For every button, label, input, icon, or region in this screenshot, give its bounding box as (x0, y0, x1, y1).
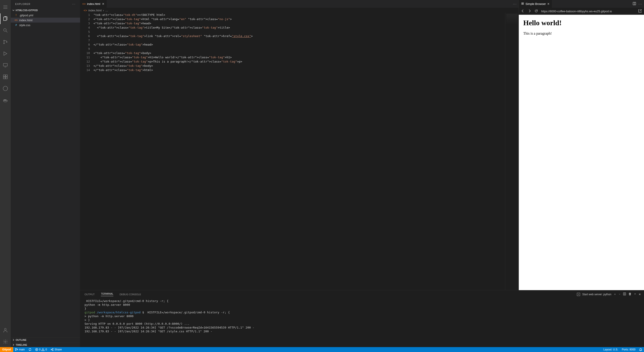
status-sync[interactable] (26, 347, 33, 352)
sidebar-more-icon[interactable]: ··· (72, 3, 76, 5)
terminal-output[interactable]: HISTFILE=/workspace/.gitpod/cmd-0 histor… (80, 298, 644, 347)
sidebar-section-outline[interactable]: OUTLINE (11, 337, 80, 342)
file-style-css[interactable]: #style.css (11, 22, 80, 27)
svg-point-3 (6, 41, 7, 42)
panel-tab-terminal[interactable]: TERMINAL (101, 292, 113, 296)
tab-label: index.html (87, 2, 100, 5)
file--gitpod-yml[interactable]: !.gitpod.yml (11, 13, 80, 18)
svg-rect-5 (3, 75, 5, 77)
svg-rect-12 (6, 100, 6, 100)
close-icon[interactable]: ✕ (547, 2, 550, 5)
file-index-html[interactable]: <>index.html (11, 18, 80, 22)
svg-point-2 (4, 43, 4, 44)
line-numbers: 1 2 3 4 5 6 7 8 9 10 11 12 13 14 (80, 13, 94, 290)
status-problems[interactable]: 0 0 (33, 347, 49, 352)
terminal-task-label[interactable]: Start web server: python (582, 293, 611, 296)
close-icon[interactable]: ✕ (102, 2, 104, 5)
rendered-p: This is a paragraph! (523, 31, 640, 35)
svg-point-17 (15, 349, 16, 349)
chevron-right-icon (12, 343, 15, 347)
svg-rect-7 (3, 77, 5, 79)
browser-back-icon[interactable] (521, 9, 524, 13)
docker-icon[interactable] (0, 95, 11, 105)
browser-url-bar[interactable]: https://8000-coffee-baboon-nl8byyhs.ws-e… (541, 9, 635, 13)
browser-tab-icon (521, 2, 524, 6)
maximize-panel-icon[interactable] (634, 293, 636, 296)
settings-gear-icon[interactable] (0, 336, 11, 347)
file-icon: <> (84, 9, 87, 12)
editor-group-browser: Simple Browser ✕ ··· (519, 0, 644, 290)
extensions-icon[interactable] (0, 71, 11, 82)
kill-terminal-icon[interactable] (628, 292, 632, 296)
remote-explorer-icon[interactable] (0, 60, 11, 71)
tab-label: Simple Browser (526, 2, 546, 5)
svg-point-1 (4, 40, 4, 41)
browser-viewport[interactable]: Hello world! This is a paragraph! (519, 15, 644, 290)
svg-point-9 (3, 86, 8, 91)
minimap[interactable] (505, 13, 518, 290)
terminal-task-icon: > (577, 293, 580, 296)
chevron-right-icon: › (103, 9, 104, 12)
chevron-right-icon (12, 338, 15, 342)
file-icon: ! (14, 13, 18, 17)
folder-header[interactable]: HTMLCSS-GITPOD (11, 8, 80, 13)
svg-rect-6 (6, 75, 8, 77)
split-editor-icon[interactable] (632, 2, 636, 6)
svg-point-0 (4, 29, 6, 31)
split-terminal-icon[interactable] (623, 292, 626, 296)
run-debug-icon[interactable] (0, 48, 11, 59)
chevron-down-icon (12, 8, 15, 12)
svg-rect-8 (6, 77, 8, 79)
file-label: style.css (19, 23, 30, 27)
svg-point-18 (15, 350, 16, 351)
editor-group-code: <> index.html ✕ ··· <> index.html › … 1 … (80, 0, 519, 290)
svg-point-13 (4, 328, 6, 330)
sidebar-explorer: EXPLORER ··· HTMLCSS-GITPOD !.gitpod.yml… (11, 0, 80, 347)
status-gitpod[interactable]: Gitpod (0, 347, 13, 352)
close-panel-icon[interactable]: ✕ (639, 293, 641, 296)
source-control-icon[interactable] (0, 37, 11, 47)
status-layout[interactable]: Layout: U.S. (602, 347, 620, 352)
editor-more-icon[interactable]: ··· (638, 2, 642, 5)
file-label: .gitpod.yml (19, 14, 33, 17)
svg-point-14 (5, 341, 6, 343)
editor-more-icon[interactable]: ··· (513, 2, 517, 5)
sidebar-title: EXPLORER ··· (11, 0, 80, 8)
status-branch[interactable]: main (13, 347, 26, 352)
tab-index-html[interactable]: <> index.html ✕ (80, 0, 107, 8)
open-external-icon[interactable] (638, 9, 642, 13)
menu-icon[interactable] (0, 2, 11, 12)
status-notifications[interactable] (637, 347, 644, 352)
github-icon[interactable] (0, 83, 11, 94)
status-ports[interactable]: Ports: 8000 (620, 347, 637, 352)
browser-reload-icon[interactable] (534, 9, 538, 13)
bottom-panel: OUTPUT TERMINAL DEBUG CONSOLE > Start we… (80, 290, 644, 347)
file-icon: # (14, 23, 18, 27)
file-icon: <> (82, 2, 86, 5)
svg-rect-10 (4, 100, 4, 100)
svg-point-21 (51, 349, 52, 350)
svg-point-22 (52, 349, 54, 349)
sidebar-section-timeline[interactable]: TIMELINE (11, 342, 80, 347)
accounts-icon[interactable] (0, 325, 11, 336)
file-icon: <> (14, 18, 18, 22)
svg-rect-11 (5, 100, 5, 100)
rendered-h1: Hello world! (523, 19, 640, 27)
new-terminal-icon[interactable]: ＋ (614, 292, 616, 296)
search-icon[interactable] (0, 25, 11, 36)
svg-point-23 (52, 350, 54, 351)
breadcrumb[interactable]: <> index.html › … (80, 8, 518, 13)
terminal-dropdown-icon[interactable] (618, 293, 621, 296)
file-label: index.html (19, 18, 32, 22)
browser-forward-icon[interactable] (528, 9, 531, 13)
activity-bar (0, 0, 11, 347)
tab-simple-browser[interactable]: Simple Browser ✕ (519, 0, 552, 8)
code-editor[interactable]: 1 2 3 4 5 6 7 8 9 10 11 12 13 14 "tok-at… (80, 13, 518, 290)
svg-rect-4 (3, 63, 8, 66)
panel-tab-debug[interactable]: DEBUG CONSOLE (120, 293, 141, 296)
panel-tab-output[interactable]: OUTPUT (84, 293, 94, 296)
status-share[interactable]: Share (49, 347, 64, 352)
explorer-icon[interactable] (0, 13, 11, 24)
status-bar: Gitpod main 0 0 Share Layout: U.S. Ports… (0, 347, 644, 352)
